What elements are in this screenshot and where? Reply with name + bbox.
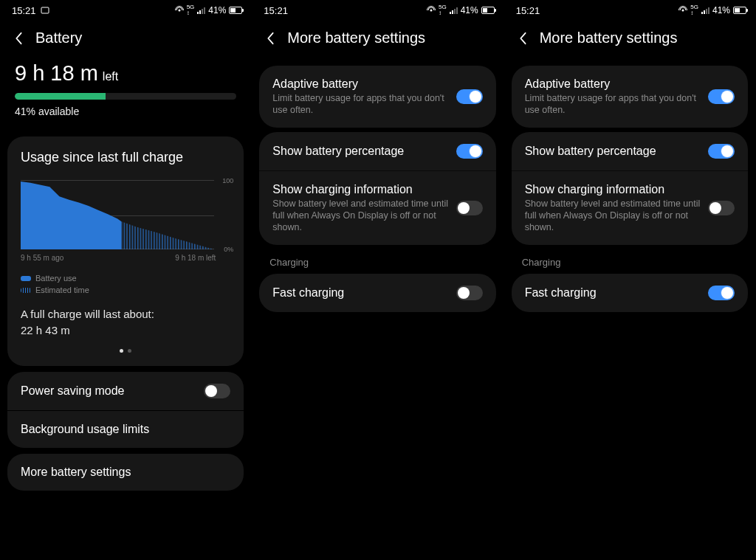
battery-pct: 41% xyxy=(712,5,730,15)
show-charging-sub: Show battery level and estimated time un… xyxy=(272,198,456,233)
group-adaptive: Adaptive battery Limit battery usage for… xyxy=(512,66,748,128)
adaptive-battery-sub: Limit battery usage for apps that you do… xyxy=(525,92,708,116)
svg-point-4 xyxy=(682,10,684,12)
available-label: 41% available xyxy=(0,106,251,131)
show-percentage-label: Show battery percentage xyxy=(525,145,708,158)
svg-point-1 xyxy=(178,10,180,12)
header: More battery settings xyxy=(252,21,503,61)
battery-progress xyxy=(15,93,236,100)
chart-x-left: 9 h 55 m ago xyxy=(21,254,63,262)
page-dots[interactable] xyxy=(18,349,233,353)
usage-card-title: Usage since last full charge xyxy=(21,150,230,165)
chart-svg xyxy=(21,182,214,249)
show-percentage-item[interactable]: Show battery percentage xyxy=(259,132,495,170)
fast-charging-label: Fast charging xyxy=(525,286,708,300)
section-charging: Charging xyxy=(252,249,503,269)
show-percentage-toggle[interactable] xyxy=(708,144,735,159)
fast-charging-item[interactable]: Fast charging xyxy=(259,274,495,312)
fast-charging-label: Fast charging xyxy=(272,286,456,300)
settings-list-1: Power saving mode Background usage limit… xyxy=(7,372,244,448)
group-display: Show battery percentage Show charging in… xyxy=(512,132,748,245)
adaptive-battery-item[interactable]: Adaptive battery Limit battery usage for… xyxy=(259,66,495,128)
group-charging: Fast charging xyxy=(512,274,748,312)
show-charging-sub: Show battery level and estimated time un… xyxy=(525,198,708,233)
show-charging-item[interactable]: Show charging information Show battery l… xyxy=(259,170,495,245)
status-time: 15:21 xyxy=(12,5,36,16)
remaining-suffix: left xyxy=(103,70,118,83)
page-title: More battery settings xyxy=(540,30,678,46)
battery-pct: 41% xyxy=(208,5,226,15)
adaptive-battery-sub: Limit battery usage for apps that you do… xyxy=(272,92,456,116)
status-bar: 15:21 5G↕ 41% xyxy=(252,0,503,21)
svg-rect-0 xyxy=(41,7,49,13)
legend-swatch-est xyxy=(21,288,31,293)
back-button[interactable] xyxy=(12,32,25,45)
show-percentage-item[interactable]: Show battery percentage xyxy=(512,132,748,170)
group-adaptive: Adaptive battery Limit battery usage for… xyxy=(259,66,495,128)
show-charging-label: Show charging information xyxy=(525,183,708,196)
hotspot-icon xyxy=(427,6,436,15)
status-bar: 15:21 5G↕ 41% xyxy=(504,0,755,21)
adaptive-battery-toggle[interactable] xyxy=(708,89,735,104)
full-charge-estimate: A full charge will last about: 22 h 43 m xyxy=(21,306,230,339)
show-charging-toggle[interactable] xyxy=(708,201,735,215)
signal-icon xyxy=(197,7,205,14)
show-charging-item[interactable]: Show charging information Show battery l… xyxy=(512,170,748,245)
battery-progress-fill xyxy=(15,93,106,100)
screen-battery: 15:21 5G↕ 41% Battery 9 h 18 m left 41% … xyxy=(0,0,252,560)
background-limits-item[interactable]: Background usage limits xyxy=(7,410,244,448)
network-type-icon: 5G↕ xyxy=(690,4,698,16)
battery-icon xyxy=(229,7,242,14)
status-time: 15:21 xyxy=(516,5,540,16)
show-charging-toggle[interactable] xyxy=(456,201,483,215)
show-percentage-toggle[interactable] xyxy=(456,144,483,159)
group-display: Show battery percentage Show charging in… xyxy=(259,132,495,245)
screen-more-settings-b: 15:21 5G↕ 41% More battery settings Adap… xyxy=(504,0,756,560)
back-button[interactable] xyxy=(516,32,529,45)
chart-x-right: 9 h 18 m left xyxy=(175,254,216,262)
power-saving-item[interactable]: Power saving mode xyxy=(7,372,244,410)
fast-charging-toggle[interactable] xyxy=(456,286,483,300)
signal-icon xyxy=(701,7,709,14)
fast-charging-toggle[interactable] xyxy=(708,286,735,300)
power-saving-label: Power saving mode xyxy=(21,384,204,398)
status-bar: 15:21 5G↕ 41% xyxy=(0,0,251,21)
status-time: 15:21 xyxy=(264,5,288,16)
legend-label-est: Estimated time xyxy=(35,284,89,296)
dot-1 xyxy=(120,349,123,353)
adaptive-battery-label: Adaptive battery xyxy=(525,77,708,91)
status-misc-icon xyxy=(41,6,49,15)
group-charging: Fast charging xyxy=(259,274,495,312)
usage-card[interactable]: Usage since last full charge 100 0% 9 h … xyxy=(7,136,244,366)
remaining-main: 9 h 18 m xyxy=(15,61,98,86)
back-button[interactable] xyxy=(264,32,277,45)
legend-swatch-use xyxy=(21,276,31,281)
section-charging: Charging xyxy=(504,249,755,269)
page-title: Battery xyxy=(35,30,82,46)
fast-charging-item[interactable]: Fast charging xyxy=(512,274,748,312)
dot-2 xyxy=(128,349,131,353)
remaining-time: 9 h 18 m left xyxy=(0,61,251,86)
adaptive-battery-label: Adaptive battery xyxy=(272,77,456,91)
usage-chart: 100 0% xyxy=(21,182,230,249)
battery-icon xyxy=(481,7,495,14)
header: More battery settings xyxy=(504,21,755,61)
svg-point-3 xyxy=(430,10,432,12)
chart-ylabel-bot: 0% xyxy=(224,246,233,253)
page-title: More battery settings xyxy=(287,30,425,46)
adaptive-battery-toggle[interactable] xyxy=(456,89,483,104)
power-saving-toggle[interactable] xyxy=(204,384,230,398)
signal-icon xyxy=(450,7,458,14)
chart-ylabel-top: 100 xyxy=(222,177,233,184)
network-type-icon: 5G↕ xyxy=(187,4,195,16)
network-type-icon: 5G↕ xyxy=(439,4,447,16)
show-charging-label: Show charging information xyxy=(272,183,456,196)
chart-legend: Battery use Estimated time xyxy=(21,272,230,296)
battery-pct: 41% xyxy=(461,5,478,15)
adaptive-battery-item[interactable]: Adaptive battery Limit battery usage for… xyxy=(512,66,748,128)
show-percentage-label: Show battery percentage xyxy=(272,145,456,158)
background-limits-label: Background usage limits xyxy=(21,423,230,436)
more-settings-item[interactable]: More battery settings xyxy=(7,454,244,491)
more-settings-label: More battery settings xyxy=(21,466,131,479)
screen-more-settings-a: 15:21 5G↕ 41% More battery settings Adap… xyxy=(252,0,504,560)
